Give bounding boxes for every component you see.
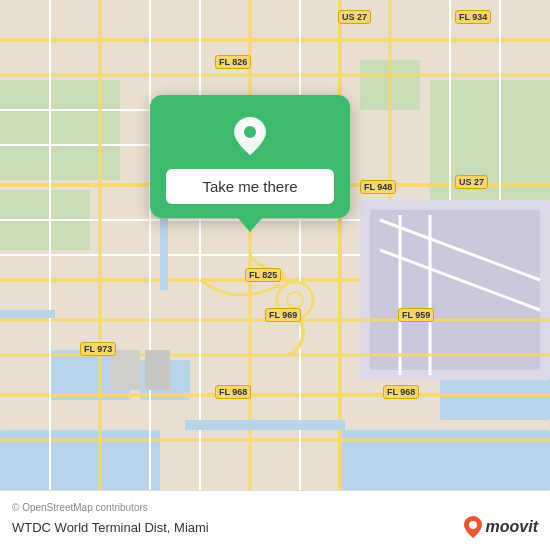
svg-rect-11 — [370, 210, 540, 370]
svg-rect-41 — [0, 310, 55, 318]
road-label-fl934: FL 934 — [455, 10, 491, 24]
svg-point-47 — [244, 126, 256, 138]
road-label-fl825: FL 825 — [245, 268, 281, 282]
road-label-fl969: FL 969 — [265, 308, 301, 322]
moovit-brand-text: moovit — [486, 518, 538, 536]
road-label-us27b: US 27 — [455, 175, 488, 189]
svg-point-39 — [287, 292, 303, 308]
popup-card: Take me there — [150, 95, 350, 218]
road-label-fl968b: FL 968 — [383, 385, 419, 399]
location-name: WTDC World Terminal Dist — [12, 520, 167, 535]
map-svg — [0, 0, 550, 490]
svg-rect-44 — [145, 350, 170, 390]
location-info: WTDC World Terminal Dist, Miami moovit — [12, 515, 538, 539]
road-label-fl826: FL 826 — [215, 55, 251, 69]
moovit-logo: moovit — [463, 515, 538, 539]
bottom-bar: © OpenStreetMap contributors WTDC World … — [0, 490, 550, 550]
attribution-text: © OpenStreetMap contributors — [12, 502, 538, 513]
road-label-us27a: US 27 — [338, 10, 371, 24]
moovit-pin-icon — [463, 515, 483, 539]
location-pin-icon — [227, 113, 273, 159]
svg-point-48 — [469, 521, 477, 529]
take-me-there-button[interactable]: Take me there — [166, 169, 334, 204]
map-container: US 27 FL 934 FL 826 US 27 FL 948 FL 825 … — [0, 0, 550, 490]
svg-rect-1 — [0, 80, 120, 180]
location-city: Miami — [174, 520, 209, 535]
svg-rect-43 — [110, 350, 140, 390]
road-label-fl968a: FL 968 — [215, 385, 251, 399]
svg-rect-42 — [185, 420, 345, 430]
svg-rect-3 — [430, 80, 550, 200]
road-label-fl973: FL 973 — [80, 342, 116, 356]
location-text: WTDC World Terminal Dist, Miami — [12, 520, 209, 535]
road-label-fl959: FL 959 — [398, 308, 434, 322]
road-label-fl948: FL 948 — [360, 180, 396, 194]
